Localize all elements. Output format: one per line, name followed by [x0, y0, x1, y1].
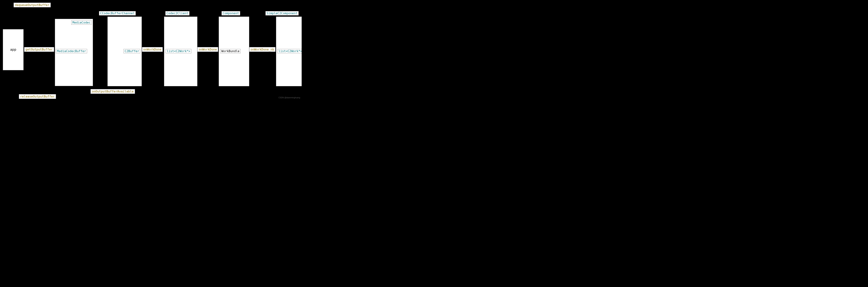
label-on-work-done-nb: onWorkDone_nb — [249, 47, 275, 52]
media-codec-buffer-label: MediaCodecBuffer — [56, 49, 87, 53]
codec2client-title: Codec2Client — [165, 11, 189, 15]
node-app: app — [3, 29, 24, 70]
workbundle-label: WorkBundle — [220, 49, 241, 53]
component-title: Component — [221, 11, 240, 15]
list-c2work-2-label: list<C2Work*> — [277, 49, 302, 53]
app-label: app — [3, 47, 23, 51]
label-on-work-done-2: onWorkDone — [197, 47, 218, 52]
list-c2work-1-label: list<C2Work*> — [165, 49, 191, 53]
label-on-work-done-1: onWorkDone — [142, 47, 163, 52]
media-codec-title: MediaCodec — [71, 20, 92, 25]
simple-c2-component-title: SimpleC2Component — [266, 11, 299, 15]
ccodec-buffer-channel-title: CCodecBufferChannel — [99, 11, 136, 15]
label-release-output-buffer: releaseOutputBuffer — [19, 94, 56, 99]
label-dequeue-output-buffer: dequeueOutputBuffer — [13, 3, 51, 7]
c2buffer-label: C2Buffer — [123, 49, 140, 53]
label-on-output-buffer-available: onOutputBufferAvailable — [91, 89, 135, 94]
watermark: CSDN @dawnminghuang — [278, 97, 300, 99]
label-get-output-buffer: getOutputBuffer — [24, 47, 54, 52]
